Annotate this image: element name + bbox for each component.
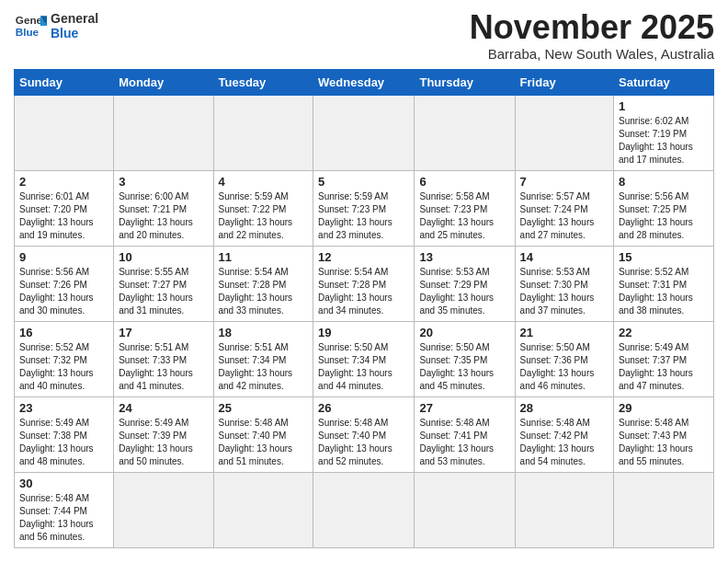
weekday-header-row: SundayMondayTuesdayWednesdayThursdayFrid… [15, 69, 714, 95]
calendar-cell: 20Sunrise: 5:50 AMSunset: 7:35 PMDayligh… [415, 321, 515, 396]
cell-info: Sunrise: 5:50 AMSunset: 7:34 PMDaylight:… [318, 341, 409, 393]
logo-general-text: General [51, 11, 98, 26]
cell-info: Sunrise: 5:50 AMSunset: 7:36 PMDaylight:… [520, 341, 609, 393]
svg-text:Blue: Blue [16, 26, 40, 38]
calendar-cell: 13Sunrise: 5:53 AMSunset: 7:29 PMDayligh… [415, 246, 515, 321]
day-number: 3 [119, 175, 208, 189]
calendar-cell: 21Sunrise: 5:50 AMSunset: 7:36 PMDayligh… [515, 321, 613, 396]
day-number: 14 [520, 250, 609, 264]
cell-info: Sunrise: 6:02 AMSunset: 7:19 PMDaylight:… [619, 115, 709, 167]
cell-info: Sunrise: 5:56 AMSunset: 7:26 PMDaylight:… [19, 266, 108, 317]
calendar-cell: 27Sunrise: 5:48 AMSunset: 7:41 PMDayligh… [415, 396, 515, 472]
calendar-cell: 3Sunrise: 6:00 AMSunset: 7:21 PMDaylight… [114, 170, 213, 246]
day-number: 30 [19, 477, 108, 490]
calendar-cell: 7Sunrise: 5:57 AMSunset: 7:24 PMDaylight… [515, 170, 613, 246]
calendar-cell: 15Sunrise: 5:52 AMSunset: 7:31 PMDayligh… [614, 246, 714, 321]
calendar-cell: 16Sunrise: 5:52 AMSunset: 7:32 PMDayligh… [15, 321, 114, 396]
logo-icon: General Blue [14, 9, 47, 42]
calendar-cell: 8Sunrise: 5:56 AMSunset: 7:25 PMDaylight… [614, 170, 714, 246]
day-number: 1 [619, 99, 709, 113]
weekday-header: Tuesday [213, 69, 313, 95]
calendar-cell: 9Sunrise: 5:56 AMSunset: 7:26 PMDaylight… [15, 246, 114, 321]
logo-blue-text: Blue [51, 26, 98, 40]
month-title: November 2025 [470, 9, 714, 46]
day-number: 26 [318, 401, 409, 415]
cell-info: Sunrise: 5:59 AMSunset: 7:23 PMDaylight:… [318, 190, 409, 242]
cell-info: Sunrise: 5:52 AMSunset: 7:31 PMDaylight:… [619, 266, 709, 317]
cell-info: Sunrise: 5:54 AMSunset: 7:28 PMDaylight:… [219, 266, 309, 317]
cell-info: Sunrise: 5:59 AMSunset: 7:22 PMDaylight:… [219, 190, 309, 242]
weekday-header: Monday [114, 69, 213, 95]
calendar-cell [15, 95, 114, 170]
day-number: 8 [619, 175, 709, 189]
calendar-cell [515, 95, 613, 170]
calendar-cell: 24Sunrise: 5:49 AMSunset: 7:39 PMDayligh… [114, 396, 213, 472]
day-number: 20 [419, 326, 509, 339]
cell-info: Sunrise: 5:53 AMSunset: 7:29 PMDaylight:… [419, 266, 509, 317]
page-header: General Blue General Blue November 2025 … [14, 9, 714, 62]
cell-info: Sunrise: 5:52 AMSunset: 7:32 PMDaylight:… [19, 341, 108, 393]
cell-info: Sunrise: 5:48 AMSunset: 7:41 PMDaylight:… [419, 417, 509, 468]
cell-info: Sunrise: 5:49 AMSunset: 7:39 PMDaylight:… [119, 417, 208, 468]
day-number: 29 [619, 401, 709, 415]
calendar-cell [415, 95, 515, 170]
day-number: 6 [419, 175, 509, 189]
weekday-header: Thursday [415, 69, 515, 95]
day-number: 28 [520, 401, 609, 415]
weekday-header: Friday [515, 69, 613, 95]
cell-info: Sunrise: 5:53 AMSunset: 7:30 PMDaylight:… [520, 266, 609, 317]
day-number: 18 [219, 326, 309, 339]
calendar-week-row: 9Sunrise: 5:56 AMSunset: 7:26 PMDaylight… [15, 246, 714, 321]
cell-info: Sunrise: 5:50 AMSunset: 7:35 PMDaylight:… [419, 341, 509, 393]
day-number: 13 [419, 250, 509, 264]
day-number: 12 [318, 250, 409, 264]
calendar-cell: 18Sunrise: 5:51 AMSunset: 7:34 PMDayligh… [213, 321, 313, 396]
calendar-cell [213, 472, 313, 547]
location: Barraba, New South Wales, Australia [470, 46, 714, 62]
calendar-cell: 14Sunrise: 5:53 AMSunset: 7:30 PMDayligh… [515, 246, 613, 321]
cell-info: Sunrise: 5:48 AMSunset: 7:40 PMDaylight:… [219, 417, 309, 468]
day-number: 7 [520, 175, 609, 189]
cell-info: Sunrise: 6:00 AMSunset: 7:21 PMDaylight:… [119, 190, 208, 242]
calendar-cell: 1Sunrise: 6:02 AMSunset: 7:19 PMDaylight… [614, 95, 714, 170]
calendar-week-row: 30Sunrise: 5:48 AMSunset: 7:44 PMDayligh… [15, 472, 714, 547]
day-number: 27 [419, 401, 509, 415]
cell-info: Sunrise: 5:55 AMSunset: 7:27 PMDaylight:… [119, 266, 208, 317]
day-number: 17 [119, 326, 208, 339]
calendar-cell: 23Sunrise: 5:49 AMSunset: 7:38 PMDayligh… [15, 396, 114, 472]
calendar-cell: 30Sunrise: 5:48 AMSunset: 7:44 PMDayligh… [15, 472, 114, 547]
calendar-week-row: 2Sunrise: 6:01 AMSunset: 7:20 PMDaylight… [15, 170, 714, 246]
calendar-cell [515, 472, 613, 547]
calendar-week-row: 23Sunrise: 5:49 AMSunset: 7:38 PMDayligh… [15, 396, 714, 472]
calendar-cell: 29Sunrise: 5:48 AMSunset: 7:43 PMDayligh… [614, 396, 714, 472]
calendar-cell: 10Sunrise: 5:55 AMSunset: 7:27 PMDayligh… [114, 246, 213, 321]
calendar-cell [213, 95, 313, 170]
cell-info: Sunrise: 5:48 AMSunset: 7:44 PMDaylight:… [19, 492, 108, 544]
weekday-header: Sunday [15, 69, 114, 95]
calendar-cell: 5Sunrise: 5:59 AMSunset: 7:23 PMDaylight… [313, 170, 415, 246]
cell-info: Sunrise: 5:51 AMSunset: 7:33 PMDaylight:… [119, 341, 208, 393]
calendar-cell: 11Sunrise: 5:54 AMSunset: 7:28 PMDayligh… [213, 246, 313, 321]
calendar-cell: 12Sunrise: 5:54 AMSunset: 7:28 PMDayligh… [313, 246, 415, 321]
day-number: 23 [19, 401, 108, 415]
calendar-table: SundayMondayTuesdayWednesdayThursdayFrid… [14, 69, 714, 548]
day-number: 24 [119, 401, 208, 415]
calendar-week-row: 1Sunrise: 6:02 AMSunset: 7:19 PMDaylight… [15, 95, 714, 170]
calendar-cell [114, 95, 213, 170]
cell-info: Sunrise: 5:48 AMSunset: 7:42 PMDaylight:… [520, 417, 609, 468]
cell-info: Sunrise: 5:58 AMSunset: 7:23 PMDaylight:… [419, 190, 509, 242]
day-number: 16 [19, 326, 108, 339]
cell-info: Sunrise: 5:54 AMSunset: 7:28 PMDaylight:… [318, 266, 409, 317]
calendar-cell [415, 472, 515, 547]
day-number: 2 [19, 175, 108, 189]
day-number: 25 [219, 401, 309, 415]
calendar-cell [313, 95, 415, 170]
calendar-cell: 25Sunrise: 5:48 AMSunset: 7:40 PMDayligh… [213, 396, 313, 472]
cell-info: Sunrise: 6:01 AMSunset: 7:20 PMDaylight:… [19, 190, 108, 242]
weekday-header: Saturday [614, 69, 714, 95]
calendar-cell: 22Sunrise: 5:49 AMSunset: 7:37 PMDayligh… [614, 321, 714, 396]
cell-info: Sunrise: 5:49 AMSunset: 7:38 PMDaylight:… [19, 417, 108, 468]
calendar-cell [614, 472, 714, 547]
day-number: 15 [619, 250, 709, 264]
title-block: November 2025 Barraba, New South Wales, … [470, 9, 714, 62]
